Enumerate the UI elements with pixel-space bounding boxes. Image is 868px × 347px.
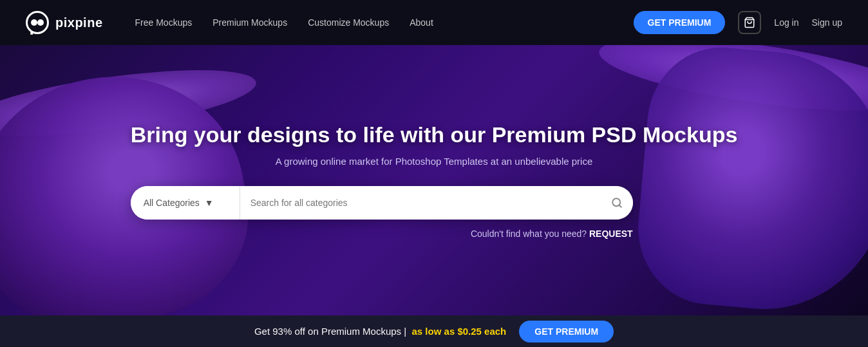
banner-text: Get 93% off on Premium Mockups | as low … [254,326,506,337]
get-premium-button[interactable]: GET PREMIUM [634,11,726,34]
nav-links: Free Mockups Premium Mockups Customize M… [135,17,634,28]
logo[interactable]: pixpine [26,11,103,34]
brand-name: pixpine [55,15,103,30]
banner-text-prefix: Get 93% off on Premium Mockups | [254,326,406,337]
bottom-banner: Get 93% off on Premium Mockups | as low … [0,315,868,347]
logo-icon [26,11,49,34]
request-prefix: Couldn't find what you need? [471,229,587,239]
nav-free-mockups[interactable]: Free Mockups [135,17,193,28]
banner-premium-button[interactable]: GET PREMIUM [519,321,614,342]
search-button[interactable] [601,186,633,220]
hero-content: Bring your designs to life with our Prem… [118,122,751,239]
search-input[interactable] [240,186,601,220]
cart-button[interactable] [738,11,761,34]
banner-highlight: as low as $0.25 each [412,326,507,337]
signup-link[interactable]: Sign up [812,17,842,28]
nav-customize-mockups[interactable]: Customize Mockups [308,17,389,28]
nav-premium-mockups[interactable]: Premium Mockups [212,17,287,28]
svg-line-2 [619,205,621,207]
navbar: pixpine Free Mockups Premium Mockups Cus… [0,0,868,45]
nav-about[interactable]: About [410,17,433,28]
hero-section: Bring your designs to life with our Prem… [0,45,868,315]
hero-subtitle: A growing online market for Photoshop Te… [131,156,738,167]
request-text: Couldn't find what you need? REQUEST [131,229,633,239]
search-icon [611,197,623,209]
hero-title: Bring your designs to life with our Prem… [131,122,738,148]
search-bar: All Categories ▼ [131,186,633,220]
login-link[interactable]: Log in [774,17,798,28]
cart-icon [744,17,755,28]
category-label: All Categories [144,198,200,208]
category-dropdown[interactable]: All Categories ▼ [131,186,240,220]
request-link[interactable]: REQUEST [589,229,633,239]
chevron-down-icon: ▼ [205,198,214,208]
nav-actions: GET PREMIUM Log in Sign up [634,11,842,34]
